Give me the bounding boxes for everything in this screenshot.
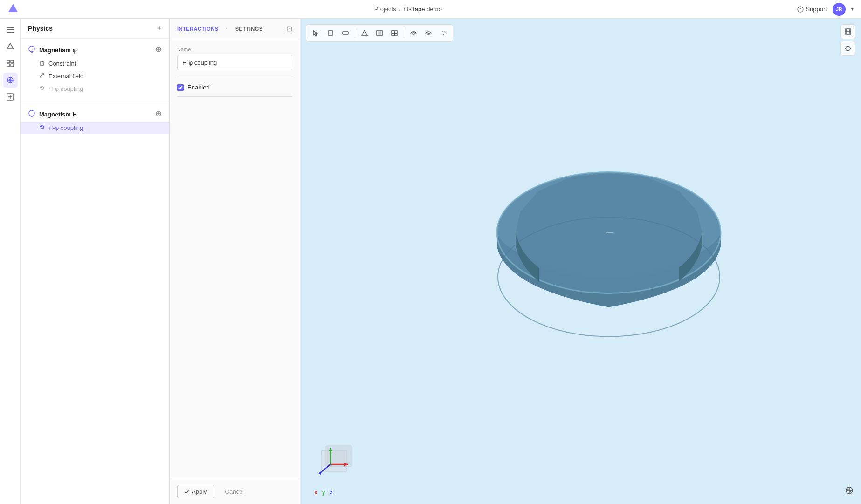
- sidebar-item-mesh[interactable]: [3, 56, 18, 71]
- tab-interactions[interactable]: INTERACTIONS: [177, 26, 219, 32]
- vertex-select-button[interactable]: [358, 27, 371, 40]
- sidebar-item-physics[interactable]: [3, 73, 18, 88]
- support-button[interactable]: ? Support: [797, 6, 827, 13]
- svg-rect-33: [378, 32, 381, 34]
- view-2d-button[interactable]: [840, 24, 855, 39]
- svg-line-39: [426, 32, 431, 34]
- svg-rect-3: [7, 27, 14, 28]
- edge-select-button[interactable]: [388, 27, 401, 40]
- box-select-button[interactable]: [324, 27, 337, 40]
- external-field-label: External field: [48, 73, 83, 80]
- svg-rect-34: [392, 30, 394, 33]
- svg-rect-35: [394, 30, 397, 33]
- tab-settings[interactable]: SETTINGS: [235, 26, 263, 32]
- z-axis-label: z: [330, 489, 332, 496]
- 3d-shape: [469, 140, 749, 383]
- group-h-title-row: Magnetism H: [28, 109, 77, 119]
- h-phi-coupling-1-icon: [39, 85, 45, 92]
- svg-marker-31: [362, 30, 367, 35]
- plane-button[interactable]: [339, 27, 352, 40]
- svg-rect-5: [7, 32, 14, 33]
- name-field-group: Name: [177, 47, 292, 70]
- projects-link[interactable]: Projects: [374, 6, 396, 13]
- sidebar-item-geometry[interactable]: [3, 39, 18, 54]
- external-field-icon: [39, 73, 45, 80]
- h-phi-coupling-2-label: H-φ coupling: [48, 124, 83, 131]
- axis-svg: [314, 439, 356, 481]
- svg-point-63: [330, 463, 332, 466]
- enabled-checkbox[interactable]: [177, 84, 184, 91]
- h-phi-coupling-2-icon: [39, 124, 45, 131]
- face-select-button[interactable]: [373, 27, 386, 40]
- svg-rect-10: [11, 64, 14, 67]
- toolbar-sep-1: [355, 28, 355, 38]
- sidebar-item-output[interactable]: [3, 89, 18, 104]
- h-phi-coupling-1-item[interactable]: H-φ coupling: [21, 82, 169, 95]
- settings-header: INTERACTIONS • SETTINGS ⊡: [170, 19, 300, 39]
- svg-marker-0: [8, 4, 18, 12]
- x-axis-label: x: [314, 489, 317, 496]
- add-physics-button[interactable]: +: [157, 24, 162, 33]
- magnetism-phi-icon: [28, 45, 35, 54]
- group-title-row: Magnetism φ: [28, 45, 77, 54]
- magnetism-h-group: Magnetism H H-φ couplin: [21, 103, 169, 138]
- svg-rect-7: [7, 60, 10, 63]
- magnetism-phi-title: Magnetism φ: [39, 47, 77, 54]
- breadcrumb: Projects / hts tape demo: [374, 6, 442, 13]
- sidebar-item-menu[interactable]: [3, 22, 18, 37]
- settings-divider-2: [177, 96, 292, 97]
- svg-rect-29: [328, 31, 333, 35]
- y-axis-label: y: [322, 489, 325, 496]
- svg-rect-37: [394, 33, 397, 36]
- tab-sep: •: [226, 26, 228, 32]
- project-name: hts tape demo: [403, 6, 441, 13]
- user-avatar[interactable]: JR: [833, 3, 846, 16]
- magnetism-h-title: Magnetism H: [39, 111, 77, 118]
- magnetism-phi-action[interactable]: [155, 46, 162, 54]
- viewport[interactable]: x y z: [300, 19, 861, 504]
- svg-rect-23: [40, 62, 44, 65]
- svg-rect-8: [11, 60, 14, 63]
- apply-button[interactable]: Apply: [177, 485, 214, 498]
- magnetism-h-icon: [28, 109, 35, 119]
- dropdown-arrow[interactable]: ▾: [851, 7, 854, 12]
- settings-panel: INTERACTIONS • SETTINGS ⊡ Name Enabled: [170, 19, 300, 504]
- physics-panel: Physics + Magnetism φ: [21, 19, 170, 504]
- wireframe-button[interactable]: [437, 27, 450, 40]
- constraint-item[interactable]: Constraint: [21, 57, 169, 70]
- settings-tabs: INTERACTIONS • SETTINGS: [177, 26, 263, 32]
- coord-labels: x y z: [314, 489, 332, 496]
- show-hide-button[interactable]: [407, 27, 420, 40]
- name-input[interactable]: [177, 55, 292, 70]
- svg-point-44: [846, 46, 850, 51]
- svg-rect-36: [392, 33, 394, 36]
- topbar-right: ? Support JR ▾: [797, 3, 854, 16]
- topbar: Projects / hts tape demo ? Support JR ▾: [0, 0, 861, 19]
- magnetism-phi-header: Magnetism φ: [21, 42, 169, 57]
- name-label: Name: [177, 47, 292, 52]
- h-phi-coupling-2-item[interactable]: H-φ coupling: [21, 122, 169, 134]
- physics-header: Physics +: [21, 19, 169, 39]
- select-tool-button[interactable]: [309, 27, 322, 40]
- svg-point-38: [413, 32, 414, 34]
- breadcrumb-sep: /: [399, 6, 401, 13]
- toolbar-sep-2: [404, 28, 404, 38]
- magnetism-phi-group: Magnetism φ Constraint: [21, 39, 169, 99]
- settings-close-button[interactable]: ⊡: [286, 24, 292, 33]
- svg-text:?: ?: [799, 7, 802, 12]
- main-layout: Physics + Magnetism φ: [0, 19, 861, 504]
- enabled-label: Enabled: [187, 84, 210, 91]
- crosshair-button[interactable]: [840, 41, 855, 56]
- settings-divider-1: [177, 78, 292, 78]
- view-mode-button[interactable]: [422, 27, 435, 40]
- external-field-item[interactable]: External field: [21, 70, 169, 82]
- physics-title: Physics: [28, 25, 53, 32]
- cancel-button[interactable]: Cancel: [219, 485, 250, 498]
- viewport-right-toolbar: [840, 24, 855, 56]
- settings-body: Name Enabled: [170, 39, 300, 479]
- 3d-shape-svg: [469, 140, 749, 382]
- magnetism-h-action[interactable]: [155, 110, 162, 118]
- logo: [7, 3, 19, 15]
- svg-rect-9: [7, 64, 10, 67]
- panel-divider: [21, 101, 169, 101]
